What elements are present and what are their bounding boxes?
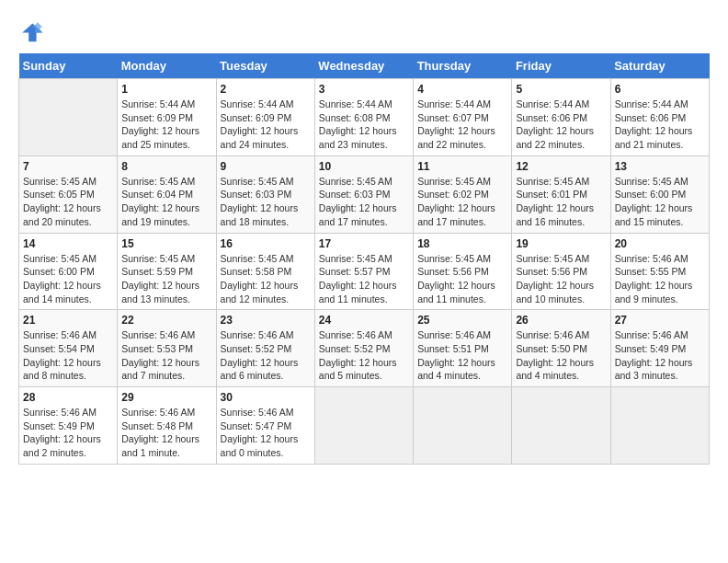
calendar-cell: 28Sunrise: 5:46 AMSunset: 5:49 PMDayligh…	[19, 387, 118, 465]
day-info: Sunrise: 5:45 AMSunset: 6:03 PMDaylight:…	[221, 175, 311, 229]
calendar-cell	[610, 387, 709, 465]
day-number: 25	[417, 314, 507, 327]
calendar-cell: 29Sunrise: 5:46 AMSunset: 5:48 PMDayligh…	[118, 387, 216, 465]
calendar-table: SundayMondayTuesdayWednesdayThursdayFrid…	[18, 53, 710, 465]
calendar-cell: 13Sunrise: 5:45 AMSunset: 6:00 PMDayligh…	[610, 155, 709, 233]
day-info: Sunrise: 5:46 AMSunset: 5:47 PMDaylight:…	[221, 406, 311, 460]
day-info: Sunrise: 5:46 AMSunset: 5:48 PMDaylight:…	[121, 406, 211, 460]
day-info: Sunrise: 5:44 AMSunset: 6:09 PMDaylight:…	[221, 98, 311, 152]
calendar-cell	[314, 387, 413, 465]
day-number: 4	[417, 83, 507, 96]
day-info: Sunrise: 5:45 AMSunset: 6:01 PMDaylight:…	[516, 175, 606, 229]
day-number: 7	[23, 160, 113, 173]
calendar-cell	[512, 387, 610, 465]
calendar-cell: 17Sunrise: 5:45 AMSunset: 5:57 PMDayligh…	[314, 233, 413, 310]
day-info: Sunrise: 5:45 AMSunset: 6:05 PMDaylight:…	[23, 175, 113, 229]
weekday-header-wednesday: Wednesday	[314, 53, 413, 79]
week-row-2: 7Sunrise: 5:45 AMSunset: 6:05 PMDaylight…	[19, 155, 710, 233]
day-number: 15	[121, 237, 211, 250]
day-info: Sunrise: 5:45 AMSunset: 6:02 PMDaylight:…	[417, 175, 507, 229]
calendar-cell: 30Sunrise: 5:46 AMSunset: 5:47 PMDayligh…	[216, 387, 314, 465]
calendar-cell: 20Sunrise: 5:46 AMSunset: 5:55 PMDayligh…	[610, 233, 709, 310]
day-number: 30	[221, 391, 311, 404]
calendar-cell: 24Sunrise: 5:46 AMSunset: 5:52 PMDayligh…	[314, 310, 413, 387]
day-info: Sunrise: 5:44 AMSunset: 6:06 PMDaylight:…	[615, 98, 705, 152]
calendar-cell: 18Sunrise: 5:45 AMSunset: 5:56 PMDayligh…	[414, 233, 512, 310]
day-number: 28	[23, 391, 113, 404]
calendar-cell: 23Sunrise: 5:46 AMSunset: 5:52 PMDayligh…	[216, 310, 314, 387]
day-number: 21	[23, 314, 113, 327]
weekday-header-row: SundayMondayTuesdayWednesdayThursdayFrid…	[19, 53, 710, 79]
day-info: Sunrise: 5:46 AMSunset: 5:49 PMDaylight:…	[615, 328, 705, 383]
calendar-cell: 19Sunrise: 5:45 AMSunset: 5:56 PMDayligh…	[512, 233, 610, 310]
week-row-4: 21Sunrise: 5:46 AMSunset: 5:54 PMDayligh…	[19, 310, 710, 387]
calendar-cell: 9Sunrise: 5:45 AMSunset: 6:03 PMDaylight…	[216, 155, 314, 233]
weekday-header-sunday: Sunday	[19, 53, 118, 79]
day-info: Sunrise: 5:46 AMSunset: 5:49 PMDaylight:…	[23, 406, 113, 460]
day-info: Sunrise: 5:46 AMSunset: 5:54 PMDaylight:…	[23, 328, 113, 383]
day-info: Sunrise: 5:44 AMSunset: 6:08 PMDaylight:…	[319, 98, 409, 152]
day-info: Sunrise: 5:44 AMSunset: 6:06 PMDaylight:…	[516, 98, 606, 152]
page-header	[18, 18, 710, 44]
day-info: Sunrise: 5:45 AMSunset: 5:56 PMDaylight:…	[417, 252, 507, 306]
day-info: Sunrise: 5:45 AMSunset: 5:58 PMDaylight:…	[221, 252, 311, 306]
day-number: 18	[417, 237, 507, 250]
calendar-cell: 6Sunrise: 5:44 AMSunset: 6:06 PMDaylight…	[610, 79, 709, 156]
logo	[18, 18, 48, 44]
weekday-header-monday: Monday	[118, 53, 216, 79]
day-info: Sunrise: 5:46 AMSunset: 5:53 PMDaylight:…	[121, 328, 211, 383]
calendar-cell: 22Sunrise: 5:46 AMSunset: 5:53 PMDayligh…	[118, 310, 216, 387]
day-number: 12	[516, 160, 606, 173]
logo-icon	[18, 18, 44, 44]
day-number: 24	[319, 314, 409, 327]
calendar-cell: 15Sunrise: 5:45 AMSunset: 5:59 PMDayligh…	[118, 233, 216, 310]
weekday-header-friday: Friday	[512, 53, 610, 79]
week-row-1: 1Sunrise: 5:44 AMSunset: 6:09 PMDaylight…	[19, 79, 710, 156]
day-number: 6	[615, 83, 705, 96]
day-info: Sunrise: 5:46 AMSunset: 5:52 PMDaylight:…	[319, 328, 409, 383]
calendar-cell: 2Sunrise: 5:44 AMSunset: 6:09 PMDaylight…	[216, 79, 314, 156]
day-info: Sunrise: 5:45 AMSunset: 5:56 PMDaylight:…	[516, 252, 606, 306]
day-number: 14	[23, 237, 113, 250]
day-number: 23	[221, 314, 311, 327]
day-number: 17	[319, 237, 409, 250]
calendar-cell: 10Sunrise: 5:45 AMSunset: 6:03 PMDayligh…	[314, 155, 413, 233]
weekday-header-thursday: Thursday	[414, 53, 512, 79]
calendar-cell	[414, 387, 512, 465]
day-number: 27	[615, 314, 705, 327]
day-number: 13	[615, 160, 705, 173]
calendar-cell: 21Sunrise: 5:46 AMSunset: 5:54 PMDayligh…	[19, 310, 118, 387]
day-number: 2	[221, 83, 311, 96]
day-info: Sunrise: 5:46 AMSunset: 5:55 PMDaylight:…	[615, 252, 705, 306]
day-info: Sunrise: 5:45 AMSunset: 6:03 PMDaylight:…	[319, 175, 409, 229]
calendar-cell: 7Sunrise: 5:45 AMSunset: 6:05 PMDaylight…	[19, 155, 118, 233]
weekday-header-saturday: Saturday	[610, 53, 709, 79]
calendar-cell: 27Sunrise: 5:46 AMSunset: 5:49 PMDayligh…	[610, 310, 709, 387]
day-info: Sunrise: 5:46 AMSunset: 5:51 PMDaylight:…	[417, 328, 507, 383]
calendar-cell	[19, 79, 118, 156]
day-number: 10	[319, 160, 409, 173]
day-number: 29	[121, 391, 211, 404]
day-number: 26	[516, 314, 606, 327]
calendar-cell: 16Sunrise: 5:45 AMSunset: 5:58 PMDayligh…	[216, 233, 314, 310]
calendar-cell: 14Sunrise: 5:45 AMSunset: 6:00 PMDayligh…	[19, 233, 118, 310]
day-info: Sunrise: 5:46 AMSunset: 5:50 PMDaylight:…	[516, 328, 606, 383]
calendar-cell: 26Sunrise: 5:46 AMSunset: 5:50 PMDayligh…	[512, 310, 610, 387]
calendar-cell: 25Sunrise: 5:46 AMSunset: 5:51 PMDayligh…	[414, 310, 512, 387]
week-row-5: 28Sunrise: 5:46 AMSunset: 5:49 PMDayligh…	[19, 387, 710, 465]
day-number: 16	[221, 237, 311, 250]
calendar-cell: 12Sunrise: 5:45 AMSunset: 6:01 PMDayligh…	[512, 155, 610, 233]
day-number: 19	[516, 237, 606, 250]
day-number: 22	[121, 314, 211, 327]
day-number: 9	[221, 160, 311, 173]
day-info: Sunrise: 5:44 AMSunset: 6:09 PMDaylight:…	[121, 98, 211, 152]
day-info: Sunrise: 5:46 AMSunset: 5:52 PMDaylight:…	[221, 328, 311, 383]
day-number: 3	[319, 83, 409, 96]
calendar-cell: 8Sunrise: 5:45 AMSunset: 6:04 PMDaylight…	[118, 155, 216, 233]
day-info: Sunrise: 5:45 AMSunset: 6:00 PMDaylight:…	[23, 252, 113, 306]
weekday-header-tuesday: Tuesday	[216, 53, 314, 79]
day-number: 20	[615, 237, 705, 250]
day-number: 11	[417, 160, 507, 173]
week-row-3: 14Sunrise: 5:45 AMSunset: 6:00 PMDayligh…	[19, 233, 710, 310]
day-info: Sunrise: 5:45 AMSunset: 5:59 PMDaylight:…	[121, 252, 211, 306]
